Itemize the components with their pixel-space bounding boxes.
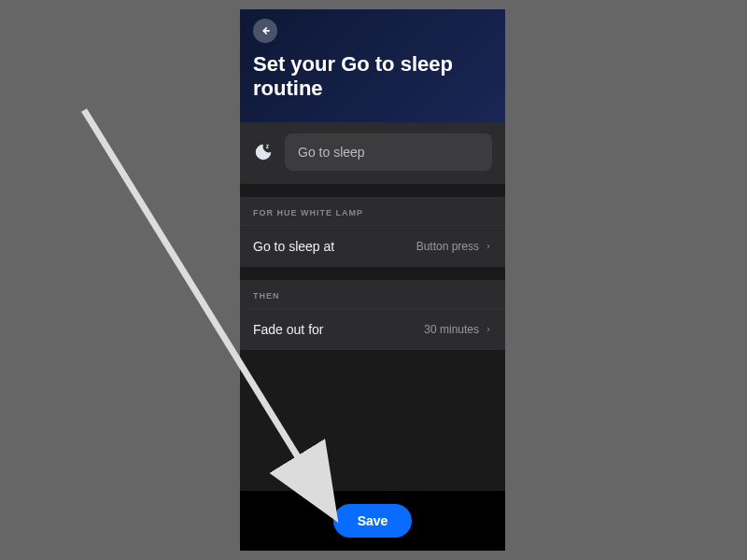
divider <box>240 184 505 197</box>
setting-value: 30 minutes <box>424 323 479 336</box>
setting-value: Button press <box>416 240 479 253</box>
bottom-bar: Save <box>240 491 505 551</box>
app-screen: Set your Go to sleep routine z FOR HUE W… <box>240 9 505 551</box>
setting-value-wrap: Button press <box>416 240 492 253</box>
arrow-left-icon <box>259 24 272 37</box>
header: Set your Go to sleep routine <box>240 9 505 122</box>
go-to-sleep-at-row[interactable]: Go to sleep at Button press <box>240 225 505 267</box>
setting-label: Go to sleep at <box>253 239 334 254</box>
chevron-right-icon <box>485 243 492 250</box>
save-button[interactable]: Save <box>333 504 413 538</box>
divider <box>240 267 505 280</box>
setting-value-wrap: 30 minutes <box>424 323 492 336</box>
svg-text:z: z <box>266 143 270 149</box>
chevron-right-icon <box>485 326 492 333</box>
sleep-moon-icon: z <box>253 142 274 162</box>
routine-name-row: z <box>240 122 505 184</box>
fade-out-for-row[interactable]: Fade out for 30 minutes <box>240 308 505 350</box>
spacer <box>240 350 505 491</box>
page-title: Set your Go to sleep routine <box>253 52 492 102</box>
setting-label: Fade out for <box>253 322 324 337</box>
section-header-device: FOR HUE WHITE LAMP <box>240 197 505 225</box>
routine-name-input[interactable] <box>285 133 492 171</box>
back-button[interactable] <box>253 19 277 43</box>
section-header-then: THEN <box>240 280 505 308</box>
